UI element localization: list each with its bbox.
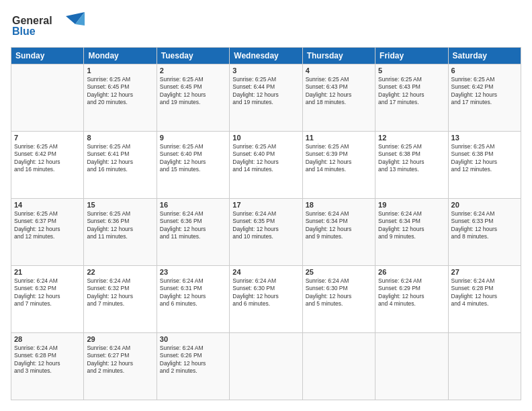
- calendar-cell: [448, 333, 521, 400]
- day-info: Sunrise: 6:24 AM Sunset: 6:32 PM Dayligh…: [14, 277, 81, 308]
- calendar-cell: 29Sunrise: 6:24 AM Sunset: 6:27 PM Dayli…: [84, 333, 157, 400]
- day-number: 15: [87, 201, 153, 209]
- day-number: 14: [14, 201, 81, 209]
- calendar-cell: 6Sunrise: 6:25 AM Sunset: 6:42 PM Daylig…: [448, 64, 521, 132]
- day-info: Sunrise: 6:25 AM Sunset: 6:44 PM Dayligh…: [232, 76, 299, 107]
- calendar-cell: 16Sunrise: 6:24 AM Sunset: 6:36 PM Dayli…: [157, 199, 229, 266]
- day-info: Sunrise: 6:25 AM Sunset: 6:37 PM Dayligh…: [14, 210, 81, 241]
- header-day: Friday: [375, 48, 448, 64]
- day-number: 8: [87, 134, 153, 142]
- calendar-cell: 26Sunrise: 6:24 AM Sunset: 6:29 PM Dayli…: [375, 266, 448, 333]
- day-number: 23: [160, 268, 226, 276]
- calendar-table: SundayMondayTuesdayWednesdayThursdayFrid…: [11, 47, 521, 400]
- day-info: Sunrise: 6:25 AM Sunset: 6:45 PM Dayligh…: [87, 76, 153, 107]
- day-number: 10: [232, 134, 299, 142]
- calendar-cell: 17Sunrise: 6:24 AM Sunset: 6:35 PM Dayli…: [230, 199, 302, 266]
- calendar-week: 1Sunrise: 6:25 AM Sunset: 6:45 PM Daylig…: [11, 64, 521, 132]
- day-number: 2: [160, 66, 226, 75]
- day-number: 20: [451, 201, 518, 209]
- logo: General Blue: [11, 11, 85, 42]
- day-number: 6: [451, 66, 518, 75]
- calendar-cell: 7Sunrise: 6:25 AM Sunset: 6:42 PM Daylig…: [11, 132, 84, 199]
- day-info: Sunrise: 6:25 AM Sunset: 6:41 PM Dayligh…: [87, 143, 153, 174]
- day-info: Sunrise: 6:24 AM Sunset: 6:31 PM Dayligh…: [160, 277, 226, 308]
- day-info: Sunrise: 6:24 AM Sunset: 6:30 PM Dayligh…: [232, 277, 299, 308]
- calendar-cell: 13Sunrise: 6:25 AM Sunset: 6:38 PM Dayli…: [448, 132, 521, 199]
- day-number: 29: [87, 335, 153, 343]
- calendar-cell: 19Sunrise: 6:24 AM Sunset: 6:34 PM Dayli…: [375, 199, 448, 266]
- calendar-cell: [375, 333, 448, 400]
- day-info: Sunrise: 6:25 AM Sunset: 6:40 PM Dayligh…: [160, 143, 226, 174]
- header-day: Sunday: [11, 48, 84, 64]
- svg-text:Blue: Blue: [12, 26, 36, 37]
- header: General Blue: [11, 11, 521, 42]
- day-number: 22: [87, 268, 153, 276]
- day-number: 1: [87, 66, 153, 75]
- day-info: Sunrise: 6:25 AM Sunset: 6:38 PM Dayligh…: [451, 143, 518, 174]
- day-info: Sunrise: 6:24 AM Sunset: 6:28 PM Dayligh…: [14, 345, 81, 375]
- calendar-cell: 20Sunrise: 6:24 AM Sunset: 6:33 PM Dayli…: [448, 199, 521, 266]
- header-row: SundayMondayTuesdayWednesdayThursdayFrid…: [11, 48, 521, 64]
- day-info: Sunrise: 6:25 AM Sunset: 6:42 PM Dayligh…: [14, 143, 81, 174]
- header-day: Thursday: [302, 48, 375, 64]
- calendar-cell: 28Sunrise: 6:24 AM Sunset: 6:28 PM Dayli…: [11, 333, 84, 400]
- calendar-cell: 30Sunrise: 6:24 AM Sunset: 6:26 PM Dayli…: [157, 333, 229, 400]
- day-info: Sunrise: 6:25 AM Sunset: 6:39 PM Dayligh…: [306, 143, 372, 174]
- day-number: 16: [160, 201, 226, 209]
- header-day: Saturday: [448, 48, 521, 64]
- calendar-cell: 22Sunrise: 6:24 AM Sunset: 6:32 PM Dayli…: [84, 266, 157, 333]
- day-info: Sunrise: 6:24 AM Sunset: 6:28 PM Dayligh…: [451, 277, 518, 308]
- calendar-week: 14Sunrise: 6:25 AM Sunset: 6:37 PM Dayli…: [11, 199, 521, 266]
- calendar-cell: 11Sunrise: 6:25 AM Sunset: 6:39 PM Dayli…: [302, 132, 375, 199]
- header-day: Monday: [84, 48, 157, 64]
- day-info: Sunrise: 6:25 AM Sunset: 6:38 PM Dayligh…: [378, 143, 445, 174]
- day-number: 30: [160, 335, 226, 343]
- calendar-cell: 12Sunrise: 6:25 AM Sunset: 6:38 PM Dayli…: [375, 132, 448, 199]
- calendar-cell: [302, 333, 375, 400]
- calendar-cell: 23Sunrise: 6:24 AM Sunset: 6:31 PM Dayli…: [157, 266, 229, 333]
- calendar-cell: [230, 333, 302, 400]
- calendar-cell: 14Sunrise: 6:25 AM Sunset: 6:37 PM Dayli…: [11, 199, 84, 266]
- day-info: Sunrise: 6:25 AM Sunset: 6:45 PM Dayligh…: [160, 76, 226, 107]
- calendar-cell: 10Sunrise: 6:25 AM Sunset: 6:40 PM Dayli…: [230, 132, 302, 199]
- day-number: 4: [306, 66, 372, 75]
- calendar-cell: 9Sunrise: 6:25 AM Sunset: 6:40 PM Daylig…: [157, 132, 229, 199]
- day-number: 9: [160, 134, 226, 142]
- calendar-week: 28Sunrise: 6:24 AM Sunset: 6:28 PM Dayli…: [11, 333, 521, 400]
- day-info: Sunrise: 6:24 AM Sunset: 6:35 PM Dayligh…: [232, 210, 299, 241]
- day-info: Sunrise: 6:25 AM Sunset: 6:43 PM Dayligh…: [306, 76, 372, 107]
- day-number: 24: [232, 268, 299, 276]
- day-number: 28: [14, 335, 81, 343]
- calendar-cell: 15Sunrise: 6:25 AM Sunset: 6:36 PM Dayli…: [84, 199, 157, 266]
- day-info: Sunrise: 6:24 AM Sunset: 6:32 PM Dayligh…: [87, 277, 153, 308]
- calendar-body: 1Sunrise: 6:25 AM Sunset: 6:45 PM Daylig…: [11, 64, 521, 400]
- day-info: Sunrise: 6:24 AM Sunset: 6:34 PM Dayligh…: [306, 210, 372, 241]
- day-number: 21: [14, 268, 81, 276]
- calendar-cell: 8Sunrise: 6:25 AM Sunset: 6:41 PM Daylig…: [84, 132, 157, 199]
- day-number: 13: [451, 134, 518, 142]
- day-number: 11: [306, 134, 372, 142]
- day-info: Sunrise: 6:24 AM Sunset: 6:29 PM Dayligh…: [378, 277, 445, 308]
- calendar-week: 7Sunrise: 6:25 AM Sunset: 6:42 PM Daylig…: [11, 132, 521, 199]
- header-day: Wednesday: [230, 48, 302, 64]
- calendar-cell: 5Sunrise: 6:25 AM Sunset: 6:43 PM Daylig…: [375, 64, 448, 132]
- header-day: Tuesday: [157, 48, 229, 64]
- day-info: Sunrise: 6:24 AM Sunset: 6:27 PM Dayligh…: [87, 345, 153, 375]
- day-number: 18: [306, 201, 372, 209]
- day-info: Sunrise: 6:24 AM Sunset: 6:26 PM Dayligh…: [160, 345, 226, 375]
- calendar-cell: 2Sunrise: 6:25 AM Sunset: 6:45 PM Daylig…: [157, 64, 229, 132]
- calendar-cell: 4Sunrise: 6:25 AM Sunset: 6:43 PM Daylig…: [302, 64, 375, 132]
- calendar-week: 21Sunrise: 6:24 AM Sunset: 6:32 PM Dayli…: [11, 266, 521, 333]
- day-number: 26: [378, 268, 445, 276]
- page: General Blue SundayMondayTuesdayWednesda…: [0, 0, 532, 411]
- calendar-cell: 21Sunrise: 6:24 AM Sunset: 6:32 PM Dayli…: [11, 266, 84, 333]
- calendar-cell: 25Sunrise: 6:24 AM Sunset: 6:30 PM Dayli…: [302, 266, 375, 333]
- day-info: Sunrise: 6:24 AM Sunset: 6:36 PM Dayligh…: [160, 210, 226, 241]
- calendar-cell: 3Sunrise: 6:25 AM Sunset: 6:44 PM Daylig…: [230, 64, 302, 132]
- day-info: Sunrise: 6:24 AM Sunset: 6:30 PM Dayligh…: [306, 277, 372, 308]
- calendar-cell: 27Sunrise: 6:24 AM Sunset: 6:28 PM Dayli…: [448, 266, 521, 333]
- day-number: 7: [14, 134, 81, 142]
- svg-text:General: General: [12, 15, 52, 26]
- day-number: 17: [232, 201, 299, 209]
- day-number: 25: [306, 268, 372, 276]
